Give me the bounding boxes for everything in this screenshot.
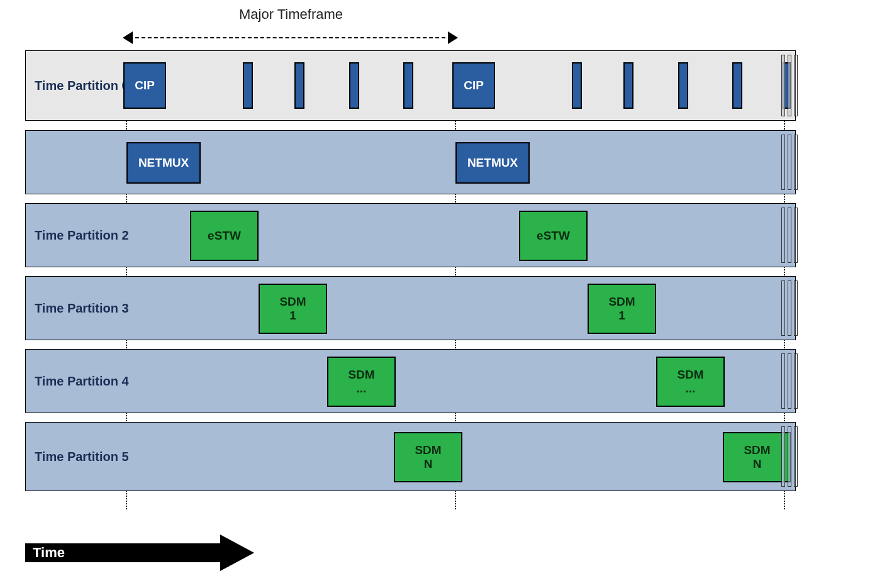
netmux-block-2: NETMUX — [455, 142, 530, 184]
row-continuation-icon — [778, 278, 799, 338]
partition-label-3: Time Partition 3 — [35, 301, 129, 316]
arrowhead-right-icon — [220, 535, 254, 571]
row-continuation-icon — [778, 52, 799, 119]
tick-block — [732, 62, 742, 109]
estw-block-1: eSTW — [190, 211, 259, 261]
tick-block — [623, 62, 633, 109]
row-continuation-icon — [778, 424, 799, 489]
tick-block — [243, 62, 253, 109]
sdmn-block-1: SDM N — [394, 432, 462, 482]
partition-row-4: Time Partition 4 SDM ... SDM ... — [25, 349, 796, 413]
row-continuation-icon — [778, 205, 799, 265]
major-timeframe-title: Major Timeframe — [239, 6, 343, 23]
tick-block — [403, 62, 413, 109]
sdm1-block-1: SDM 1 — [259, 284, 327, 334]
partition-row-3: Time Partition 3 SDM 1 SDM 1 — [25, 276, 796, 340]
dashed-span-line — [129, 37, 452, 38]
partition-row-1: NETMUX NETMUX — [25, 130, 796, 194]
partition-label-4: Time Partition 4 — [35, 374, 129, 389]
partition-row-2: Time Partition 2 eSTW eSTW — [25, 203, 796, 267]
timeframe-diagram: Major Timeframe Time Partition 0 CIP CIP… — [25, 6, 862, 572]
time-axis-label: Time — [25, 543, 220, 562]
major-timeframe-span-arrow — [123, 29, 458, 48]
estw-block-2: eSTW — [519, 211, 588, 261]
tick-block — [294, 62, 304, 109]
partition-label-5: Time Partition 5 — [35, 449, 129, 465]
tick-block — [678, 62, 688, 109]
partition-label-2: Time Partition 2 — [35, 228, 129, 243]
sdm1-block-2: SDM 1 — [588, 284, 656, 334]
tick-block — [572, 62, 582, 109]
sdm-dots-block-1: SDM ... — [327, 357, 396, 407]
partition-row-0: Time Partition 0 CIP CIP — [25, 50, 796, 121]
time-axis-arrow: Time — [25, 535, 264, 571]
sdm-dots-block-2: SDM ... — [656, 357, 725, 407]
cip-block-1: CIP — [123, 62, 166, 109]
netmux-block-1: NETMUX — [126, 142, 201, 184]
cip-block-2: CIP — [452, 62, 495, 109]
row-continuation-icon — [778, 132, 799, 192]
tick-block — [349, 62, 359, 109]
row-continuation-icon — [778, 351, 799, 411]
partition-label-0: Time Partition 0 — [35, 78, 129, 94]
partition-row-5: Time Partition 5 SDM N SDM N — [25, 422, 796, 491]
arrowhead-right-icon — [448, 31, 458, 44]
